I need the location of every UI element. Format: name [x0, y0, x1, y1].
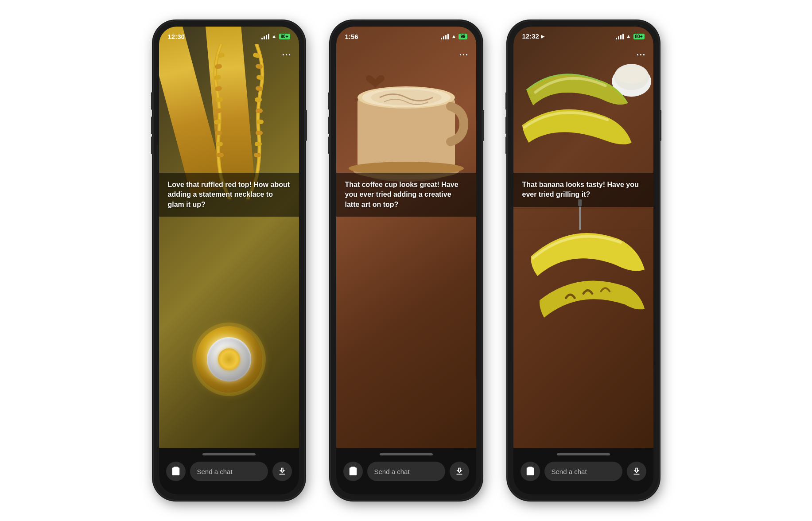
snap-background-3: 12:32 ▸ ▲ 80+ ⋮ That banana looks tasty!…: [513, 27, 653, 494]
caption-text-1: Love that ruffled red top! How about add…: [168, 181, 290, 208]
download-button-2[interactable]: [450, 462, 469, 481]
download-button-1[interactable]: [272, 462, 292, 481]
caption-overlay-2: That coffee cup looks great! Have you ev…: [336, 173, 476, 217]
chat-placeholder-2: Send a chat: [374, 468, 410, 475]
chat-input-1[interactable]: Send a chat: [190, 462, 268, 481]
phone-2-wrapper: 1:56 ▲ 99 ⋮ That coffee cup looks great!…: [331, 21, 482, 500]
menu-dots-2[interactable]: ⋮: [458, 51, 469, 60]
svg-rect-7: [215, 131, 222, 135]
status-icons-3: ▲ 80+: [616, 33, 645, 39]
status-time-2: 1:56: [345, 33, 358, 40]
phone-1-wrapper: 12:30 ▲ 80+ ⋮ Love that ruffled red top!…: [154, 21, 304, 500]
banana-svg: [513, 53, 653, 363]
status-icons-1: ▲ 80+: [261, 33, 290, 39]
camera-icon-1: [171, 467, 181, 476]
svg-rect-33: [579, 204, 581, 230]
svg-point-29: [616, 66, 647, 84]
svg-rect-8: [216, 142, 223, 146]
phone-1-screen: 12:30 ▲ 80+ ⋮ Love that ruffled red top!…: [159, 27, 299, 494]
phone-3: 12:32 ▸ ▲ 80+ ⋮ That banana looks tasty!…: [508, 21, 659, 500]
status-bar-3: 12:32 ▸ ▲ 80+: [513, 27, 653, 46]
svg-rect-16: [256, 120, 264, 124]
home-indicator-1: [202, 453, 256, 455]
chat-input-2[interactable]: Send a chat: [367, 462, 445, 481]
status-bar-1: 12:30 ▲ 80+: [159, 27, 299, 46]
status-time-3: 12:32 ▸: [522, 32, 545, 40]
home-indicator-3: [557, 453, 610, 455]
chat-placeholder-3: Send a chat: [552, 468, 587, 475]
camera-icon-2: [348, 467, 358, 476]
camera-button-2[interactable]: [343, 462, 363, 481]
caption-overlay-3: That banana looks tasty! Have you ever t…: [513, 173, 653, 207]
svg-rect-19: [254, 153, 261, 157]
bottom-bar-1: Send a chat: [159, 448, 299, 494]
pendant-gems: [218, 348, 240, 370]
caption-text-2: That coffee cup looks great! Have you ev…: [345, 181, 458, 208]
battery-badge-1: 80+: [279, 34, 290, 39]
bottom-bar-3: Send a chat: [513, 448, 653, 494]
pendant: [196, 326, 262, 393]
phone-3-screen: 12:32 ▸ ▲ 80+ ⋮ That banana looks tasty!…: [513, 27, 653, 494]
svg-rect-9: [217, 153, 224, 157]
download-icon-1: [277, 467, 287, 476]
caption-overlay-1: Love that ruffled red top! How about add…: [159, 173, 299, 217]
svg-rect-14: [255, 97, 262, 102]
wifi-icon-1: ▲: [272, 33, 277, 39]
phone-2: 1:56 ▲ 99 ⋮ That coffee cup looks great!…: [331, 21, 482, 500]
phone-3-wrapper: 12:32 ▸ ▲ 80+ ⋮ That banana looks tasty!…: [508, 21, 659, 500]
wifi-icon-2: ▲: [451, 33, 456, 39]
battery-badge-3: 80+: [633, 34, 645, 39]
caption-text-3: That banana looks tasty! Have you ever t…: [522, 181, 639, 198]
status-icons-2: ▲ 99: [441, 33, 467, 39]
snap-background-1: 12:30 ▲ 80+ ⋮ Love that ruffled red top!…: [159, 27, 299, 494]
chat-bar-2: Send a chat: [343, 462, 469, 481]
chat-bar-3: Send a chat: [521, 462, 646, 481]
status-bar-2: 1:56 ▲ 99: [336, 27, 476, 46]
battery-badge-2: 99: [458, 34, 467, 39]
phone-1: 12:30 ▲ 80+ ⋮ Love that ruffled red top!…: [154, 21, 304, 500]
signal-icon-1: [261, 33, 269, 39]
phone-2-screen: 1:56 ▲ 99 ⋮ That coffee cup looks great!…: [336, 27, 476, 494]
signal-icon-3: [616, 33, 624, 39]
svg-rect-15: [256, 109, 263, 113]
svg-rect-17: [256, 131, 263, 135]
coffee-cup-svg: [344, 62, 468, 186]
download-button-3[interactable]: [627, 462, 646, 481]
wifi-icon-3: ▲: [626, 33, 631, 39]
pendant-inner: [207, 337, 251, 381]
download-icon-3: [632, 467, 641, 476]
chat-placeholder-1: Send a chat: [197, 468, 233, 475]
status-time-1: 12:30: [168, 33, 185, 40]
menu-dots-1[interactable]: ⋮: [281, 51, 292, 60]
camera-button-3[interactable]: [521, 462, 540, 481]
download-icon-2: [455, 467, 464, 476]
chat-bar-1: Send a chat: [166, 462, 292, 481]
camera-icon-3: [525, 467, 535, 476]
chat-input-3[interactable]: Send a chat: [544, 462, 622, 481]
camera-button-1[interactable]: [166, 462, 186, 481]
svg-rect-18: [255, 142, 262, 146]
snap-background-2: 1:56 ▲ 99 ⋮ That coffee cup looks great!…: [336, 27, 476, 494]
bottom-bar-2: Send a chat: [336, 448, 476, 494]
menu-dots-3[interactable]: ⋮: [636, 51, 646, 60]
jewelry-image: [159, 27, 299, 494]
home-indicator-2: [380, 453, 433, 455]
signal-icon-2: [441, 33, 449, 39]
